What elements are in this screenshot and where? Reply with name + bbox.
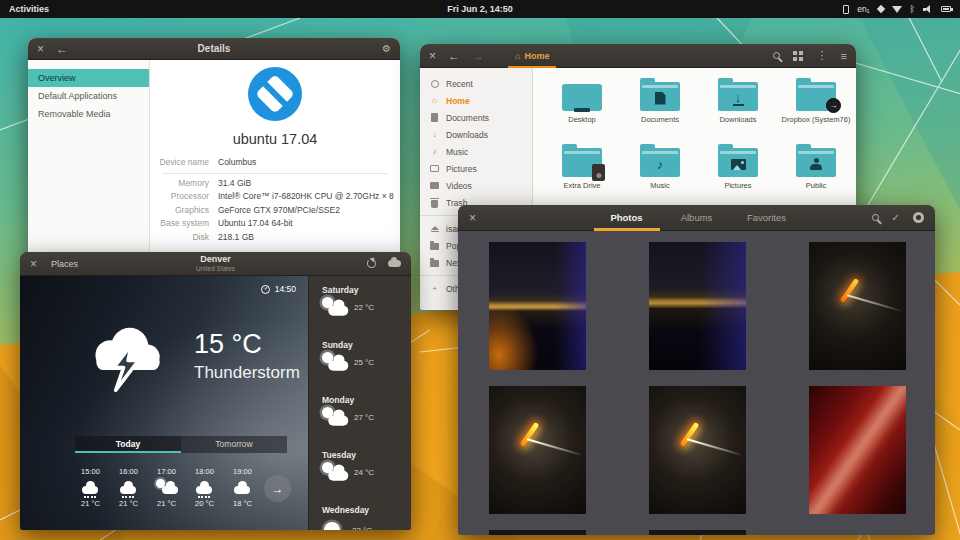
folder-pictures-icon <box>718 148 758 177</box>
file-item-desktop[interactable]: Desktop <box>543 76 621 142</box>
day-temp: 22 °C <box>354 303 374 312</box>
file-item-public[interactable]: Public <box>777 142 855 208</box>
clock-menu[interactable]: Fri Jun 2, 14:50 <box>447 4 513 14</box>
sidebar-item-recent[interactable]: Recent <box>420 75 532 92</box>
weather-headerbar[interactable]: × Places Denver United States <box>20 252 411 276</box>
file-label: Music <box>621 181 699 190</box>
details-overview-panel: ubuntu 17.04 Device name Columbus Memory… <box>150 60 400 254</box>
forward-icon[interactable]: → <box>472 50 484 62</box>
tab-albums[interactable]: Albums <box>662 205 732 231</box>
sidebar-item-videos[interactable]: Videos <box>420 177 532 194</box>
hour-temp: 21 °C <box>119 499 138 508</box>
field-value: 218.1 GB <box>218 231 254 245</box>
os-logo <box>248 67 302 121</box>
file-item-extra-drive[interactable]: Extra Drive <box>543 142 621 208</box>
back-icon[interactable]: ← <box>56 43 68 55</box>
cloud-icon[interactable] <box>388 260 401 267</box>
photo-thumbnail[interactable] <box>809 242 906 370</box>
hour-temp: 21 °C <box>157 499 176 508</box>
photos-window: × Photos Albums Favorites ✓ <box>458 205 935 535</box>
sun-cloud-icon <box>156 480 178 495</box>
grid-view-icon[interactable] <box>793 51 797 55</box>
volume-icon <box>923 5 933 14</box>
back-icon[interactable]: ← <box>448 50 460 62</box>
file-item-downloads[interactable]: ↓ Downloads <box>699 76 777 142</box>
tab-tomorrow[interactable]: Tomorrow <box>181 436 287 453</box>
photo-thumbnail[interactable] <box>649 530 746 535</box>
tab-photos[interactable]: Photos <box>592 205 662 231</box>
daily-entry: Wednesday 23 °C <box>322 505 411 530</box>
hour-label: 18:00 <box>195 467 214 476</box>
field-label: Device name <box>150 156 218 170</box>
sidebar-item-music[interactable]: ♪Music <box>420 143 532 160</box>
search-icon[interactable] <box>773 52 780 59</box>
next-hours-button[interactable]: → <box>264 475 291 502</box>
country-name: United States <box>196 265 235 272</box>
sidebar-item-documents[interactable]: Documents <box>420 109 532 126</box>
photo-thumbnail[interactable] <box>489 242 586 370</box>
photo-thumbnail[interactable] <box>649 242 746 370</box>
refresh-icon[interactable] <box>367 259 376 268</box>
field-value: Columbus <box>218 156 256 170</box>
location-header: Denver United States <box>196 255 235 272</box>
field-device-name: Device name Columbus <box>150 156 400 170</box>
gear-icon[interactable]: ⚙ <box>382 43 391 55</box>
system-tray[interactable]: en₁ ᛒ <box>843 4 951 14</box>
select-check-icon[interactable]: ✓ <box>892 212 900 223</box>
close-icon[interactable]: × <box>30 258 37 270</box>
details-window: × ← Details ⚙ Overview Default Applicati… <box>28 38 400 254</box>
hour-label: 19:00 <box>233 467 252 476</box>
places-button[interactable]: Places <box>51 259 78 269</box>
photo-thumbnail[interactable] <box>489 530 586 535</box>
field-label: Memory <box>150 177 218 191</box>
file-item-documents[interactable]: Documents <box>621 76 699 142</box>
photos-headerbar[interactable]: × Photos Albums Favorites ✓ <box>458 205 935 231</box>
kebab-menu-icon[interactable]: ⋮ <box>817 49 828 62</box>
app-menu-icon[interactable] <box>913 212 924 223</box>
current-temperature: 15 °C <box>194 329 300 360</box>
sidebar-item-home[interactable]: ⌂Home <box>420 92 532 109</box>
sidebar-item-pictures[interactable]: Pictures <box>420 160 532 177</box>
day-label: Sunday <box>322 340 411 350</box>
file-item-dropbox[interactable]: → Dropbox (System76) <box>777 76 855 142</box>
hour-temp: 20 °C <box>195 499 214 508</box>
photo-thumbnail[interactable] <box>809 386 906 514</box>
sidebar-item-default-applications[interactable]: Default Applications <box>28 87 149 105</box>
photo-thumbnail[interactable] <box>649 386 746 514</box>
active-tab-underline <box>508 66 556 68</box>
tab-today[interactable]: Today <box>75 436 181 453</box>
current-time: 14:50 <box>261 284 296 294</box>
home-icon: ⌂ <box>515 51 520 61</box>
desktop-icon <box>562 84 602 111</box>
close-icon[interactable]: × <box>469 212 476 224</box>
close-icon[interactable]: × <box>429 50 436 62</box>
folder-public-icon <box>796 148 836 177</box>
hamburger-menu-icon[interactable]: ≡ <box>841 50 847 62</box>
input-switcher-icon <box>876 5 884 13</box>
details-headerbar[interactable]: × ← Details ⚙ <box>28 38 400 60</box>
close-icon[interactable]: × <box>37 43 44 55</box>
sun-cloud-icon <box>322 463 350 482</box>
video-icon <box>430 182 439 189</box>
activities-button[interactable]: Activities <box>9 4 49 14</box>
tab-home[interactable]: ⌂ Home <box>506 44 558 68</box>
day-temp: 23 °C <box>352 526 372 531</box>
window-title: Details <box>198 43 231 54</box>
photo-thumbnail[interactable] <box>489 386 586 514</box>
tab-favorites[interactable]: Favorites <box>732 205 802 231</box>
file-item-music[interactable]: ♪ Music <box>621 142 699 208</box>
current-condition: Thunderstorm <box>194 363 300 383</box>
file-item-pictures[interactable]: Pictures <box>699 142 777 208</box>
sidebar-item-downloads[interactable]: ↓Downloads <box>420 126 532 143</box>
sidebar-label: Pictures <box>446 164 477 174</box>
sidebar-item-removable-media[interactable]: Removable Media <box>28 105 149 123</box>
hour-label: 17:00 <box>157 467 176 476</box>
hourly-entry: 15:00 21 °C <box>76 467 105 508</box>
hourly-entry: 18:00 20 °C <box>190 467 219 508</box>
photo-grid <box>458 231 935 535</box>
search-icon[interactable] <box>872 214 879 221</box>
files-headerbar[interactable]: × ← → ⌂ Home ⋮ ≡ <box>420 44 856 68</box>
plus-icon: + <box>429 285 440 293</box>
download-icon: ↓ <box>429 131 440 139</box>
sidebar-item-overview[interactable]: Overview <box>28 69 149 87</box>
